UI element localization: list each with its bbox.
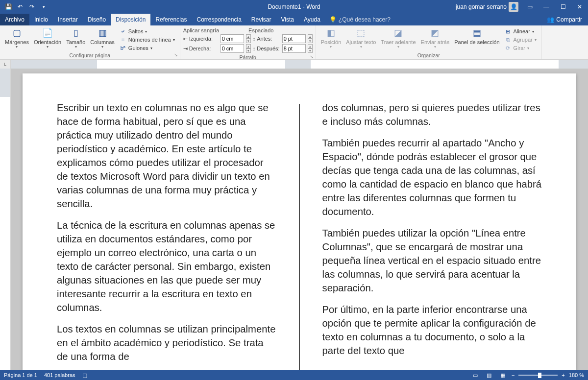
redo-icon[interactable]: ↷	[26, 1, 37, 12]
indent-left-spinner[interactable]: ▴▾	[246, 34, 251, 43]
paragraph-launcher[interactable]: ↘	[310, 54, 314, 59]
indent-left-icon: ⇤	[183, 36, 188, 42]
document-area: Escribir un texto en columnas no es algo…	[0, 69, 588, 370]
save-icon[interactable]: 💾	[3, 1, 14, 12]
ribbon-tabs: Archivo Inicio Insertar Diseño Disposici…	[0, 14, 588, 25]
space-before-spinner[interactable]: ▴▾	[308, 34, 313, 43]
column-2[interactable]: dos columnas, pero si quieres puedes uti…	[322, 101, 542, 370]
hyphenation-icon: bª	[120, 45, 126, 51]
size-button[interactable]: ▯Tamaño▾	[64, 26, 87, 50]
column-divider	[299, 104, 300, 370]
view-read-icon[interactable]: ▭	[470, 371, 480, 379]
rotate-icon: ⟳	[505, 45, 512, 51]
margins-button[interactable]: ▢Márgenes▾	[3, 26, 31, 50]
tab-mailings[interactable]: Correspondencia	[192, 14, 246, 25]
qat-customize-icon[interactable]: ▾	[38, 1, 49, 12]
paragraph: También puedes utilizar la opción "Línea…	[322, 226, 542, 295]
space-after-spinner[interactable]: ▴▾	[308, 44, 313, 53]
align-button[interactable]: ⊞Alinear ▾	[503, 27, 539, 35]
lightbulb-icon: 💡	[329, 16, 337, 23]
indent-header: Aplicar sangría	[183, 27, 219, 33]
zoom-in-button[interactable]: +	[562, 372, 564, 378]
send-backward-icon: ◩	[428, 27, 442, 39]
columns-button[interactable]: ▥Columnas▾	[88, 26, 117, 50]
tab-references[interactable]: Referencias	[150, 14, 192, 25]
paragraph: Por último, en la parte inferior encontr…	[322, 303, 542, 357]
document-title: Documento1 - Word	[268, 3, 320, 10]
rotate-button[interactable]: ⟳Girar ▾	[503, 44, 539, 52]
selection-pane-button[interactable]: ▤Panel de selección	[452, 26, 501, 46]
bring-forward-button[interactable]: ◪Traer adelante▾	[379, 26, 417, 50]
columns-icon: ▥	[96, 27, 109, 39]
ruler-row: L	[0, 60, 588, 69]
paragraph: dos columnas, pero si quieres puedes uti…	[322, 101, 542, 128]
ribbon: ▢Márgenes▾ 📄Orientación▾ ▯Tamaño▾ ▥Colum…	[0, 25, 588, 60]
orientation-button[interactable]: 📄Orientación▾	[32, 26, 63, 50]
tab-layout[interactable]: Disposición	[111, 14, 150, 25]
space-after-icon: ↕	[253, 46, 256, 51]
group-button[interactable]: ⧉Agrupar ▾	[503, 36, 539, 44]
column-1[interactable]: Escribir un texto en columnas no es algo…	[57, 101, 277, 370]
group-label-page-setup: Configurar página↘	[3, 52, 177, 59]
wrap-text-button[interactable]: ⬚Ajustar texto▾	[344, 26, 378, 50]
zoom-out-button[interactable]: −	[512, 372, 514, 378]
space-after-input[interactable]	[282, 44, 306, 53]
paragraph: Escribir un texto en columnas no es algo…	[57, 101, 277, 211]
position-button[interactable]: ◧Posición▾	[319, 26, 343, 50]
status-page[interactable]: Página 1 de 1	[4, 372, 37, 378]
line-numbers-button[interactable]: ≡Números de línea ▾	[118, 36, 177, 44]
share-label: Compartir	[556, 16, 582, 23]
paragraph: La técnica de la escritura en columnas a…	[57, 218, 277, 314]
tab-view[interactable]: Vista	[276, 14, 299, 25]
group-arrange: ◧Posición▾ ⬚Ajustar texto▾ ◪Traer adelan…	[316, 25, 542, 59]
page-scroll[interactable]: Escribir un texto en columnas no es algo…	[11, 69, 588, 370]
status-word-count[interactable]: 401 palabras	[44, 372, 75, 378]
tell-me-search[interactable]: 💡 ¿Qué desea hacer?	[325, 14, 394, 25]
indent-right-input[interactable]	[220, 44, 244, 53]
undo-icon[interactable]: ↶	[15, 1, 25, 12]
view-print-icon[interactable]: ▥	[484, 371, 494, 379]
group-label-arrange: Organizar	[319, 52, 539, 59]
share-button[interactable]: 👥 Compartir	[541, 14, 588, 25]
horizontal-ruler[interactable]	[11, 60, 588, 69]
spacing-header: Espaciado	[248, 27, 273, 33]
indent-left-input[interactable]	[220, 34, 244, 43]
ruler-corner: L	[0, 60, 11, 69]
size-icon: ▯	[69, 27, 83, 39]
user-avatar-icon: 👤	[509, 2, 518, 12]
tab-design[interactable]: Diseño	[83, 14, 111, 25]
zoom-level[interactable]: 180 %	[569, 372, 584, 378]
breaks-button[interactable]: ⤶Saltos ▾	[118, 27, 177, 35]
space-before-input[interactable]	[282, 34, 306, 43]
tab-file[interactable]: Archivo	[0, 14, 29, 25]
zoom-slider[interactable]	[518, 375, 558, 376]
ribbon-options-icon[interactable]: ▭	[521, 0, 538, 14]
group-icon: ⧉	[505, 36, 512, 43]
hyphenation-button[interactable]: bªGuiones ▾	[118, 44, 177, 52]
indent-right-spinner[interactable]: ▴▾	[246, 44, 251, 53]
line-numbers-icon: ≡	[120, 36, 126, 43]
minimize-icon[interactable]: —	[538, 0, 555, 14]
indent-right-icon: ⇥	[183, 46, 188, 52]
align-icon: ⊞	[505, 28, 512, 35]
view-web-icon[interactable]: ▦	[498, 371, 508, 379]
tab-review[interactable]: Revisar	[246, 14, 276, 25]
user-account[interactable]: juan gomar serrano 👤	[453, 2, 521, 12]
orientation-icon: 📄	[41, 27, 54, 39]
page: Escribir un texto en columnas no es algo…	[23, 73, 576, 370]
page-setup-launcher[interactable]: ↘	[174, 52, 178, 57]
status-bar: Página 1 de 1 401 palabras ▢ ▭ ▥ ▦ − + 1…	[0, 370, 588, 380]
breaks-icon: ⤶	[120, 28, 126, 35]
close-icon[interactable]: ✕	[571, 0, 588, 14]
send-backward-button[interactable]: ◩Enviar atrás▾	[419, 26, 452, 50]
tab-help[interactable]: Ayuda	[299, 14, 325, 25]
tab-home[interactable]: Inicio	[29, 14, 53, 25]
wrap-icon: ⬚	[354, 27, 368, 39]
user-name: juan gomar serrano	[456, 3, 507, 10]
vertical-ruler[interactable]	[0, 69, 11, 370]
tell-me-placeholder: ¿Qué desea hacer?	[339, 16, 391, 23]
tab-insert[interactable]: Insertar	[53, 14, 83, 25]
margins-icon: ▢	[10, 27, 24, 39]
maximize-icon[interactable]: ☐	[555, 0, 571, 14]
status-proofing-icon[interactable]: ▢	[82, 372, 87, 379]
